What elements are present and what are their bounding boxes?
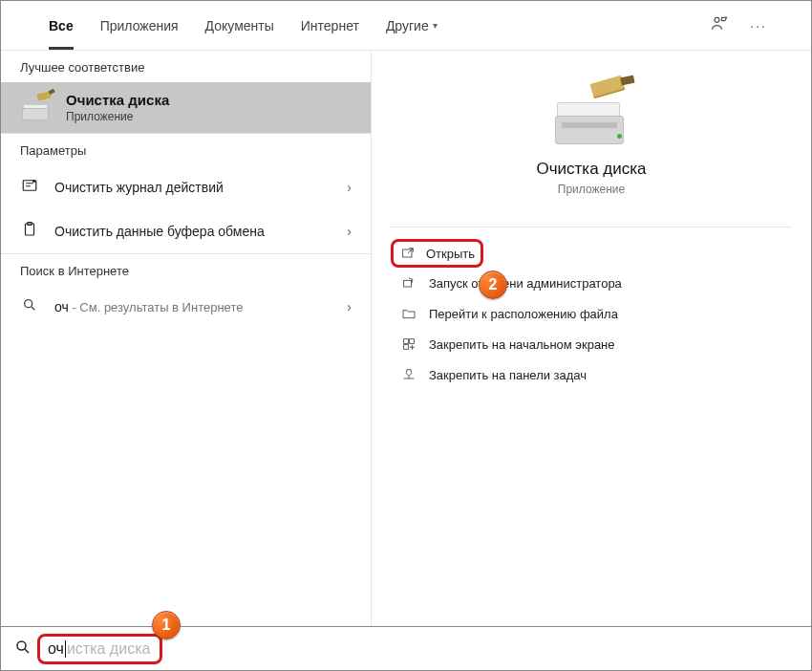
best-match-subtitle: Приложение [66, 110, 352, 123]
disk-cleanup-icon [20, 96, 53, 120]
section-settings: Параметры [1, 134, 371, 165]
web-query: оч [54, 299, 69, 314]
search-icon [14, 639, 32, 660]
best-match-title: Очистка диска [66, 92, 352, 108]
action-run-admin[interactable]: Запуск от имени администратора [391, 268, 792, 298]
admin-icon [400, 275, 417, 291]
chevron-down-icon: ▾ [433, 20, 438, 31]
more-icon[interactable]: ··· [750, 18, 767, 33]
preview-subtitle: Приложение [558, 183, 625, 196]
action-pin-start[interactable]: Закрепить на начальном экране [391, 329, 792, 359]
tab-apps[interactable]: Приложения [87, 1, 192, 50]
svg-point-0 [715, 17, 719, 22]
svg-rect-9 [410, 339, 415, 344]
results-panel: Лучшее соответствие Очистка диска Прилож… [1, 51, 372, 626]
svg-point-11 [17, 641, 26, 650]
settings-clear-clipboard[interactable]: Очистить данные буфера обмена › [1, 209, 371, 253]
svg-rect-8 [404, 339, 409, 344]
tab-web[interactable]: Интернет [288, 1, 373, 50]
preview-panel: Очистка диска Приложение Открыть [372, 51, 811, 626]
folder-icon [400, 306, 417, 321]
search-bar[interactable]: очистка диска [1, 626, 811, 670]
actions-list: Открыть Запуск от имени администратора П… [391, 239, 792, 390]
callout-badge-2: 2 [479, 271, 507, 299]
search-typed-text: оч [48, 640, 64, 658]
svg-rect-7 [404, 280, 412, 287]
section-web: Поиск в Интернете [1, 254, 371, 286]
settings-clear-activity[interactable]: Очистить журнал действий › [1, 165, 371, 209]
action-open[interactable]: Открыть [391, 239, 483, 268]
best-match-row[interactable]: Очистка диска Приложение [1, 82, 371, 133]
action-open-location[interactable]: Перейти к расположению файла [391, 298, 792, 329]
disk-cleanup-icon [553, 85, 630, 144]
callout-badge-1: 1 [152, 611, 181, 639]
web-rest: - См. результаты в Интернете [69, 300, 244, 314]
clipboard-icon [20, 221, 39, 242]
feedback-icon[interactable] [710, 14, 729, 36]
text-caret [65, 640, 66, 658]
chevron-right-icon: › [347, 180, 352, 195]
web-search-row[interactable]: оч - См. результаты в Интернете › [1, 286, 371, 328]
search-icon [20, 297, 39, 316]
open-icon [399, 246, 417, 261]
svg-rect-10 [404, 345, 409, 350]
chevron-right-icon: › [347, 224, 352, 239]
chevron-right-icon: › [347, 299, 352, 314]
tab-all[interactable]: Все [35, 1, 87, 50]
activity-log-icon [20, 177, 39, 198]
tab-other[interactable]: Другие▾ [373, 1, 451, 50]
tab-documents[interactable]: Документы [192, 1, 288, 50]
svg-point-5 [25, 300, 32, 308]
search-tabs: Все Приложения Документы Интернет Другие… [1, 1, 811, 51]
svg-point-2 [33, 181, 35, 183]
pin-start-icon [400, 336, 417, 352]
search-input[interactable]: очистка диска [37, 634, 162, 664]
search-suggestion-ghost: истка диска [67, 640, 150, 658]
pin-taskbar-icon [400, 367, 417, 382]
action-pin-taskbar[interactable]: Закрепить на панели задач [391, 359, 792, 390]
preview-title: Очистка диска [536, 160, 646, 179]
section-best-match: Лучшее соответствие [1, 51, 371, 82]
